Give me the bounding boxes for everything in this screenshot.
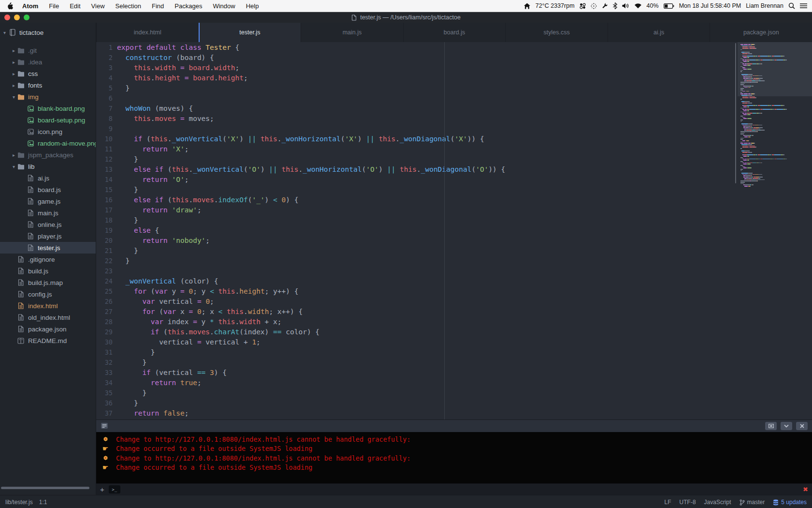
tree-view[interactable]: ▸.git▸.idea▸css▸fonts▾imgblank-board.png… bbox=[0, 42, 96, 419]
menu-find[interactable]: Find bbox=[146, 2, 169, 10]
tree-item-main.js[interactable]: main.js bbox=[0, 207, 96, 219]
console-panel: Change to http://127.0.0.1:8080/index.ht… bbox=[96, 419, 812, 495]
tab-package.json[interactable]: package.json bbox=[710, 23, 812, 42]
menu-edit[interactable]: Edit bbox=[64, 2, 86, 10]
wifi-icon[interactable] bbox=[634, 3, 642, 9]
bluetooth-icon[interactable] bbox=[613, 2, 617, 9]
status-1-1[interactable]: 1:1 bbox=[39, 499, 47, 506]
tree-item-package.json[interactable]: package.json bbox=[0, 323, 96, 335]
window-title: tester.js — /Users/liam/src/js/tictactoe bbox=[360, 14, 461, 21]
tab-main.js[interactable]: main.js bbox=[301, 23, 403, 42]
tree-item-.idea[interactable]: ▸.idea bbox=[0, 56, 96, 68]
status-label: JavaScript bbox=[704, 499, 731, 506]
minimap-line bbox=[740, 170, 810, 171]
line-number: 20 bbox=[96, 237, 113, 244]
tree-horizontal-scrollbar[interactable] bbox=[1, 487, 89, 489]
status-label: master bbox=[747, 499, 765, 506]
status-master[interactable]: master bbox=[740, 499, 765, 506]
menu-selection[interactable]: Selection bbox=[110, 2, 146, 10]
list-icon[interactable] bbox=[800, 3, 807, 9]
apple-menu-icon[interactable] bbox=[7, 2, 13, 10]
tree-item-blank-board.png[interactable]: blank-board.png bbox=[0, 103, 96, 114]
status-label: LF bbox=[665, 499, 671, 506]
tree-item-player.js[interactable]: player.js bbox=[0, 230, 96, 242]
tree-item-index.html[interactable]: index.html bbox=[0, 300, 96, 312]
battery-icon[interactable] bbox=[664, 3, 674, 9]
tree-item-img[interactable]: ▾img bbox=[0, 91, 96, 103]
editor-tabs: index.htmltester.jsmain.jsboard.jsstyles… bbox=[96, 23, 812, 42]
status-lf[interactable]: LF bbox=[665, 499, 671, 506]
tree-item-board.js[interactable]: board.js bbox=[0, 184, 96, 195]
file-icon bbox=[17, 290, 25, 298]
tree-item-label: board-setup.png bbox=[38, 117, 85, 124]
close-window-button[interactable] bbox=[4, 15, 10, 20]
minimap-line bbox=[740, 138, 810, 139]
tree-item-old_index.html[interactable]: old_index.html bbox=[0, 312, 96, 323]
tree-item-README.md[interactable]: README.md bbox=[0, 335, 96, 346]
status-javascript[interactable]: JavaScript bbox=[704, 499, 731, 506]
tree-item-.git[interactable]: ▸.git bbox=[0, 45, 96, 56]
tree-item-fonts[interactable]: ▸fonts bbox=[0, 79, 96, 91]
tab-index.html[interactable]: index.html bbox=[96, 23, 199, 42]
minimap-viewport[interactable] bbox=[738, 42, 812, 96]
zoom-window-button[interactable] bbox=[24, 15, 29, 20]
line-number: 15 bbox=[96, 186, 113, 194]
search-icon[interactable] bbox=[788, 2, 795, 9]
tree-item-jspm_packages[interactable]: ▸jspm_packages bbox=[0, 149, 96, 161]
tab-tester.js[interactable]: tester.js bbox=[199, 23, 301, 42]
console-close-button[interactable] bbox=[796, 422, 808, 430]
tab-ai.js[interactable]: ai.js bbox=[608, 23, 710, 42]
terminal-close-button[interactable]: ✖ bbox=[803, 486, 808, 493]
window-title-bar[interactable]: tester.js — /Users/liam/src/js/tictactoe bbox=[0, 12, 812, 23]
crosshair-dots-icon[interactable] bbox=[591, 3, 597, 9]
tree-item-.gitignore[interactable]: .gitignore bbox=[0, 254, 96, 265]
tree-item-online.js[interactable]: online.js bbox=[0, 219, 96, 230]
menu-status-text[interactable]: 72°C 2337rpm bbox=[536, 2, 575, 9]
tree-item-build.js[interactable]: build.js bbox=[0, 265, 96, 277]
tree-item-tester.js[interactable]: tester.js bbox=[0, 242, 96, 254]
tab-board.js[interactable]: board.js bbox=[403, 23, 506, 42]
tree-item-css[interactable]: ▸css bbox=[0, 68, 96, 79]
menu-view[interactable]: View bbox=[86, 2, 110, 10]
code-line-7: 7 whoWon (moves) { bbox=[96, 103, 738, 113]
menu-status-text[interactable]: 40% bbox=[647, 2, 659, 9]
tree-item-icon.png[interactable]: icon.png bbox=[0, 126, 96, 137]
tree-item-config.js[interactable]: config.js bbox=[0, 288, 96, 300]
tree-item-game.js[interactable]: game.js bbox=[0, 195, 96, 207]
console-output[interactable]: Change to http://127.0.0.1:8080/index.ht… bbox=[96, 432, 812, 483]
minimize-window-button[interactable] bbox=[14, 15, 20, 20]
editor-scrollbar[interactable] bbox=[735, 43, 736, 183]
menu-packages[interactable]: Packages bbox=[169, 2, 207, 10]
speaker-icon[interactable] bbox=[622, 3, 629, 9]
menu-status-text[interactable]: Liam Brennan bbox=[746, 2, 783, 9]
console-collapse-button[interactable] bbox=[781, 422, 792, 430]
tree-item-lib[interactable]: ▾lib bbox=[0, 161, 96, 172]
code-line-33: 33 if (vertical == 3) { bbox=[96, 367, 738, 377]
console-message-text: Change occurred to a file outside System… bbox=[116, 463, 312, 471]
home-icon[interactable] bbox=[523, 3, 531, 9]
status-lib-tester-js[interactable]: lib/tester.js bbox=[5, 499, 33, 506]
menu-help[interactable]: Help bbox=[241, 2, 264, 10]
tree-item-build.js.map[interactable]: build.js.map bbox=[0, 277, 96, 288]
menu-window[interactable]: Window bbox=[207, 2, 240, 10]
terminal-tab[interactable]: >_ bbox=[109, 485, 120, 493]
code-editor[interactable]: 1export default class Tester {2 construc… bbox=[96, 42, 738, 419]
status-5-updates[interactable]: 5 updates bbox=[773, 499, 807, 506]
code-line-21: 21 } bbox=[96, 245, 738, 255]
status-utf-8[interactable]: UTF-8 bbox=[680, 499, 696, 506]
add-terminal-button[interactable]: + bbox=[100, 486, 104, 493]
menu-status-text[interactable]: Mon 18 Jul 5:58:40 PM bbox=[679, 2, 741, 9]
chevron-down-icon: ▾ bbox=[11, 164, 17, 169]
project-root[interactable]: ▾ tictactoe bbox=[0, 23, 96, 42]
wrench-icon[interactable] bbox=[602, 3, 608, 9]
dots-grid-icon[interactable] bbox=[580, 3, 586, 9]
tree-item-random-ai-move.png[interactable]: random-ai-move.png bbox=[0, 137, 96, 149]
minimap[interactable] bbox=[738, 42, 812, 419]
code-line-32: 32 } bbox=[96, 357, 738, 367]
tree-item-ai.js[interactable]: ai.js bbox=[0, 172, 96, 184]
console-maximize-button[interactable] bbox=[765, 422, 777, 430]
menu-atom[interactable]: Atom bbox=[17, 2, 44, 10]
tab-styles.css[interactable]: styles.css bbox=[505, 23, 608, 42]
tree-item-board-setup.png[interactable]: board-setup.png bbox=[0, 114, 96, 126]
menu-file[interactable]: File bbox=[44, 2, 64, 10]
